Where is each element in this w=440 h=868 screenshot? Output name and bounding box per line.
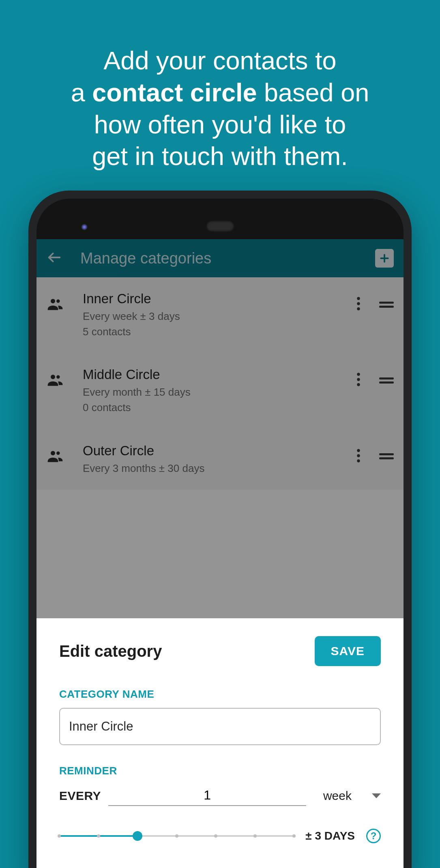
frequency-unit-value: week: [323, 789, 352, 803]
phone-speaker: [206, 221, 234, 232]
category-name-label: CATEGORY NAME: [59, 688, 381, 701]
category-name-input[interactable]: [59, 708, 381, 745]
tolerance-slider[interactable]: [59, 831, 294, 841]
slider-tick: [97, 834, 100, 838]
every-label: EVERY: [59, 789, 101, 806]
slider-tick: [292, 834, 296, 838]
slider-tick: [175, 834, 178, 838]
slider-thumb[interactable]: [133, 831, 142, 841]
sheet-title: Edit category: [59, 642, 162, 660]
phone-frame: Manage categories Inner Circle Every wee…: [28, 191, 412, 868]
promo-line: get in touch with them.: [92, 142, 348, 170]
phone-bezel: Manage categories Inner Circle Every wee…: [36, 199, 404, 868]
reminder-label: REMINDER: [59, 765, 381, 777]
slider-tick: [214, 834, 217, 838]
promo-line: how often you'd like to: [94, 110, 346, 139]
phone-screen: Manage categories Inner Circle Every wee…: [36, 239, 404, 868]
tolerance-value: ± 3 DAYS: [305, 829, 355, 842]
promo-line: Add your contacts to: [103, 46, 336, 75]
promo-line: based on: [257, 78, 369, 107]
save-button[interactable]: SAVE: [315, 636, 381, 666]
help-icon[interactable]: ?: [366, 829, 381, 843]
edit-category-sheet: Edit category SAVE CATEGORY NAME REMINDE…: [36, 618, 404, 868]
promo-line: a: [71, 78, 92, 107]
promo-bold: contact circle: [92, 78, 257, 107]
promo-headline: Add your contacts to a contact circle ba…: [0, 0, 440, 172]
frequency-number-input[interactable]: [108, 785, 306, 806]
chevron-down-icon: [372, 793, 381, 798]
slider-tick: [58, 834, 61, 838]
phone-sensor: [81, 224, 88, 230]
slider-tick: [253, 834, 257, 838]
frequency-unit-select[interactable]: week: [313, 789, 381, 806]
